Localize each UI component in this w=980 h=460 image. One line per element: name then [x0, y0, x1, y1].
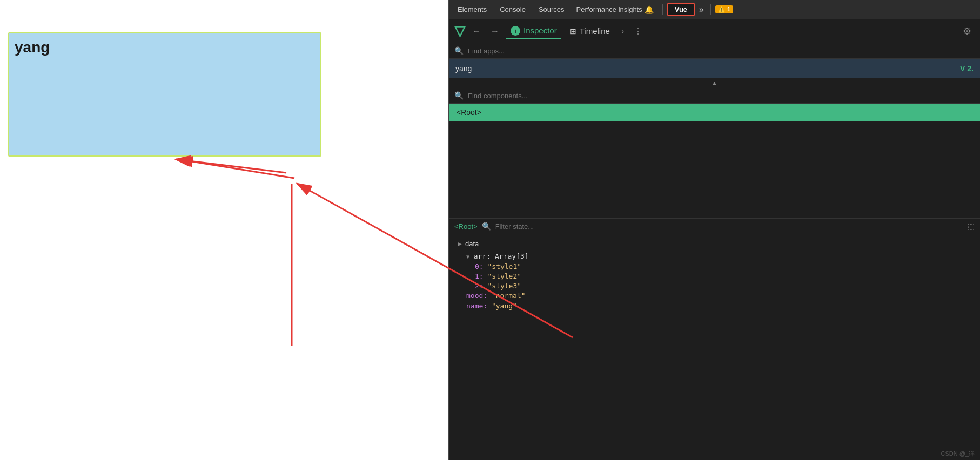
- warning-badge: ⚠️ 1: [715, 5, 733, 13]
- find-apps-bar: 🔍: [449, 43, 980, 59]
- watermark: CSDN @_详: [941, 450, 975, 458]
- performance-tab[interactable]: Performance insights 🔔: [572, 3, 658, 16]
- state-header-bar: <Root> 🔍 ⬚: [449, 219, 980, 234]
- timeline-tab[interactable]: ⊞ Timeline: [566, 24, 614, 38]
- name-item: name: "yang": [466, 302, 971, 310]
- app-entry-name: yang: [455, 64, 472, 73]
- state-data-section: ▶ data: [458, 240, 971, 248]
- left-panel: yang: [0, 0, 448, 460]
- bell-icon: 🔔: [645, 5, 654, 14]
- more-tabs-button[interactable]: »: [697, 4, 706, 16]
- app-box-label: yang: [15, 39, 50, 56]
- component-tree-empty: [449, 121, 980, 218]
- app-box: yang: [8, 32, 321, 157]
- arr-item-2: 2: "style3": [475, 282, 971, 290]
- state-panel: <Root> 🔍 ⬚ ▶ data ▼ arr: Array[3] 0: "st…: [449, 219, 980, 460]
- devtools-toolbar: Elements Console Sources Performance ins…: [449, 0, 980, 19]
- scroll-up-icon: ▲: [711, 79, 718, 87]
- filter-state-icon: 🔍: [482, 222, 491, 231]
- section-triangle-icon: ▶: [458, 241, 462, 247]
- inspector-tab[interactable]: i Inspector: [506, 24, 561, 39]
- vue-version-badge: V 2.: [960, 64, 974, 73]
- mood-key: mood:: [466, 292, 487, 300]
- find-components-search-icon: 🔍: [454, 91, 464, 100]
- scroll-arrow-row[interactable]: ▲: [449, 78, 980, 88]
- state-root-label: <Root>: [454, 222, 478, 231]
- name-value: "yang": [492, 302, 517, 310]
- section-label: data: [465, 240, 479, 248]
- forward-button[interactable]: →: [488, 25, 502, 38]
- svg-line-2: [176, 159, 286, 173]
- index-1: 1:: [475, 272, 484, 280]
- arr-item-1: 1: "style2": [475, 272, 971, 280]
- elements-tab[interactable]: Elements: [452, 3, 492, 16]
- index-0: 0:: [475, 262, 484, 270]
- mood-item: mood: "normal": [466, 292, 971, 300]
- state-content: ▶ data ▼ arr: Array[3] 0: "style1" 1: "s…: [449, 234, 980, 460]
- vue-logo: ▽: [454, 23, 465, 39]
- find-components-bar: 🔍: [449, 88, 980, 104]
- settings-button[interactable]: ⚙: [959, 24, 975, 39]
- mood-value: "normal": [492, 292, 526, 300]
- timeline-label: Timeline: [580, 26, 610, 36]
- app-entry-row[interactable]: yang V 2.: [449, 59, 980, 78]
- more-chevron[interactable]: ›: [619, 25, 627, 38]
- inspector-label: Inspector: [523, 26, 557, 35]
- find-components-input[interactable]: [468, 92, 975, 100]
- devtools-panel: Elements Console Sources Performance ins…: [448, 0, 980, 460]
- timeline-icon: ⊞: [570, 27, 576, 36]
- console-tab[interactable]: Console: [494, 3, 531, 16]
- filter-state-input[interactable]: [495, 222, 963, 231]
- arr-triangle-icon: ▼: [466, 254, 469, 260]
- toolbar-separator: [662, 4, 663, 15]
- name-key: name:: [466, 302, 487, 310]
- performance-tab-label: Performance insights: [576, 5, 642, 13]
- value-1: "style2": [487, 272, 521, 280]
- sources-tab[interactable]: Sources: [533, 3, 570, 16]
- arr-item-0: 0: "style1": [475, 262, 971, 270]
- index-2: 2:: [475, 282, 484, 290]
- component-tree: <Root>: [449, 104, 980, 218]
- value-0: "style1": [487, 262, 521, 270]
- arr-item: ▼ arr: Array[3]: [466, 252, 971, 260]
- root-component-item[interactable]: <Root>: [449, 104, 980, 121]
- find-apps-input[interactable]: [468, 47, 975, 55]
- camera-icon[interactable]: ⬚: [968, 222, 975, 231]
- graph-icon[interactable]: ⋮: [631, 24, 645, 38]
- value-2: "style3": [487, 282, 521, 290]
- find-apps-search-icon: 🔍: [454, 46, 464, 55]
- arr-label: arr: Array[3]: [474, 252, 529, 260]
- toolbar-separator-2: [710, 4, 711, 15]
- back-button[interactable]: ←: [469, 25, 484, 38]
- warning-icon: ⚠️: [718, 6, 726, 12]
- vue-tab[interactable]: Vue: [667, 3, 695, 16]
- inspector-icon: i: [511, 26, 520, 36]
- vue-toolbar: ▽ ← → i Inspector ⊞ Timeline › ⋮ ⚙: [449, 19, 980, 43]
